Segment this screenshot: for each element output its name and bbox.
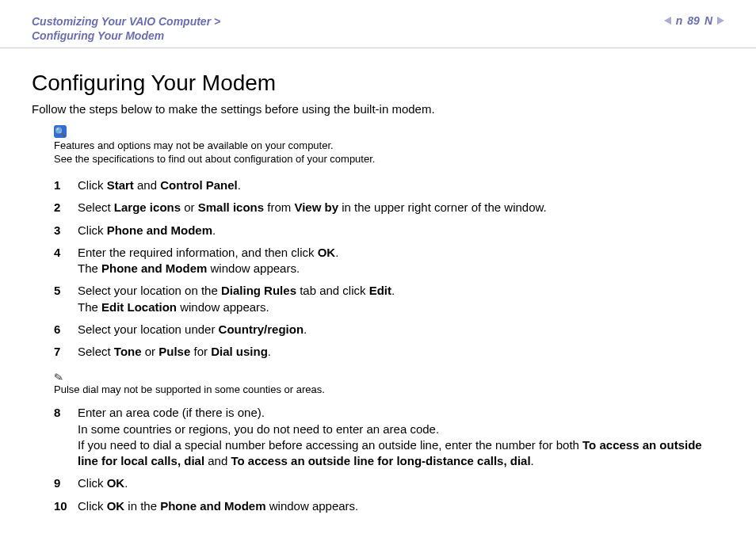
next-page-icon[interactable] [717, 17, 724, 25]
text: . [212, 223, 216, 237]
breadcrumb-line-1: Customizing Your VAIO Computer > [32, 14, 220, 29]
step-4: Enter the required information, and then… [54, 242, 724, 280]
bold: OK [107, 499, 125, 513]
text: In some countries or regions, you do not… [78, 422, 439, 436]
info-note-line-2: See the specifications to find out about… [54, 153, 724, 166]
page-header: Customizing Your VAIO Computer > Configu… [0, 0, 756, 48]
bold: Edit Location [101, 300, 177, 314]
text: from [264, 200, 294, 214]
text: tab and click [296, 284, 369, 297]
footnote: ✎ Pulse dial may not be supported in som… [54, 371, 724, 397]
intro-text: Follow the steps below to make the setti… [32, 102, 724, 116]
steps-list-cont: Enter an area code (if there is one). In… [32, 402, 724, 517]
text: . [124, 476, 128, 490]
info-note: 🔍 Features and options may not be availa… [54, 125, 724, 166]
text: Click [78, 178, 107, 192]
step-10: Click OK in the Phone and Modem window a… [54, 495, 724, 517]
text: Select [78, 200, 114, 214]
text: and [204, 454, 231, 467]
text: or [142, 345, 159, 358]
bold: Phone and Modem [101, 261, 207, 275]
bold: Edit [369, 284, 391, 297]
step-3: Click Phone and Modem. [54, 219, 724, 242]
text: Select your location on the [78, 284, 221, 297]
text: in the upper right corner of the window. [338, 200, 547, 214]
bold: Dial using [211, 345, 268, 358]
text: . [268, 345, 271, 358]
bold: Large icons [114, 200, 181, 214]
bold: Start [107, 178, 134, 192]
step-9: Click OK. [54, 472, 724, 494]
step-6: Select your location under Country/regio… [54, 318, 724, 341]
text: . [391, 284, 395, 297]
bold: Phone and Modem [107, 223, 212, 237]
bold: View by [294, 200, 338, 214]
bold: Phone and Modem [160, 499, 265, 513]
text: window appears. [177, 300, 269, 314]
steps-list: Click Start and Control Panel. Select La… [32, 174, 724, 363]
text: Click [78, 499, 107, 513]
step-1: Click Start and Control Panel. [54, 174, 724, 196]
text: Select [78, 345, 114, 358]
letter-capital-n-label: N [704, 14, 712, 27]
text: The [78, 300, 101, 314]
text: . [335, 246, 338, 259]
text: . [304, 322, 307, 336]
bold: Tone [114, 345, 142, 358]
page-content: Configuring Your Modem Follow the steps … [0, 48, 756, 517]
text: and [134, 178, 160, 192]
text: Enter the required information, and then… [78, 246, 318, 259]
pencil-icon: ✎ [53, 370, 65, 384]
text: The [78, 261, 101, 275]
bold: Small icons [198, 200, 264, 214]
letter-n-label: n [676, 14, 683, 27]
step-5: Select your location on the Dialing Rule… [54, 280, 724, 318]
bold: Country/region [219, 322, 304, 336]
text: Enter an area code (if there is one). [78, 406, 265, 419]
page-number: 89 [687, 14, 700, 27]
text: Click [78, 223, 107, 237]
text: window appears. [207, 261, 300, 275]
page-nav: n 89 N [664, 14, 724, 27]
bold: Control Panel [160, 178, 238, 192]
text: . [531, 454, 534, 467]
text: for [190, 345, 211, 358]
breadcrumb[interactable]: Customizing Your VAIO Computer > Configu… [32, 14, 220, 43]
step-2: Select Large icons or Small icons from V… [54, 196, 724, 219]
info-note-line-1: Features and options may not be availabl… [54, 139, 724, 153]
text: Click [78, 476, 107, 490]
text: in the [124, 499, 160, 513]
text: Select your location under [78, 322, 219, 336]
bold: Pulse [158, 345, 190, 358]
text: window appears. [266, 499, 359, 513]
text: or [181, 200, 198, 214]
bold: OK [318, 246, 336, 259]
breadcrumb-line-2: Configuring Your Modem [32, 29, 220, 43]
bold: Dialing Rules [221, 284, 296, 297]
prev-page-icon[interactable] [664, 17, 671, 25]
text: . [238, 178, 241, 192]
page-title: Configuring Your Modem [32, 71, 724, 96]
text: If you need to dial a special number bef… [78, 438, 582, 452]
magnifier-icon: 🔍 [54, 125, 67, 138]
step-8: Enter an area code (if there is one). In… [54, 402, 724, 472]
bold: To access an outside line for long-dista… [231, 454, 530, 467]
step-7: Select Tone or Pulse for Dial using. [54, 341, 724, 363]
bold: OK [107, 476, 125, 490]
footnote-text: Pulse dial may not be supported in some … [54, 383, 724, 397]
